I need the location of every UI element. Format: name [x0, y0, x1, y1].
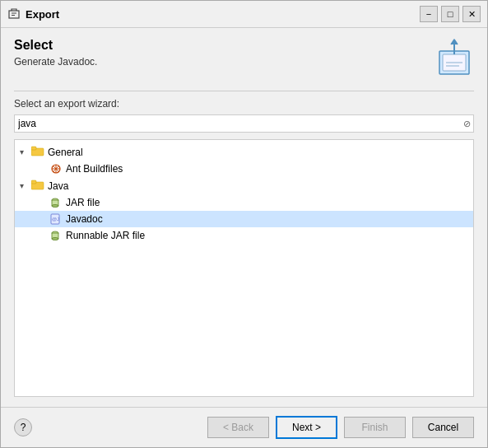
tree-item-ant[interactable]: Ant Buildfiles — [15, 161, 473, 177]
folder-icon-general — [31, 145, 48, 159]
tree-container: ▾ General — [14, 139, 474, 397]
tree-label-ant: Ant Buildfiles — [66, 163, 123, 175]
title-bar: Export − □ ✕ — [1, 1, 487, 28]
minimize-button[interactable]: − — [420, 6, 438, 22]
svg-rect-0 — [9, 11, 19, 18]
export-icon — [435, 38, 474, 77]
header-section: Select Generate Javadoc. — [14, 38, 474, 77]
window-icon — [7, 7, 21, 21]
tree-toggle-general: ▾ — [20, 147, 31, 156]
maximize-button[interactable]: □ — [441, 6, 459, 22]
tree-label-runnable: Runnable JAR file — [66, 230, 145, 241]
export-window: Export − □ ✕ Select Generate Javadoc. — [0, 0, 488, 448]
window-title: Export — [26, 8, 415, 21]
tree-label-java: Java — [48, 180, 68, 192]
svg-rect-9 — [31, 147, 36, 150]
main-content: Select Generate Javadoc. Select an expor… — [1, 28, 487, 407]
tree-item-java[interactable]: ▾ Java — [15, 177, 473, 194]
bottom-bar: ? < Back Next > Finish Cancel — [1, 407, 487, 447]
ant-icon — [49, 162, 63, 175]
divider — [14, 91, 474, 91]
svg-text:@J: @J — [52, 217, 59, 222]
search-input[interactable] — [14, 114, 474, 133]
tree-toggle-java: ▾ — [20, 181, 31, 190]
header-title: Select — [14, 38, 97, 53]
search-container: ⊘ — [14, 114, 474, 133]
header-subtitle: Generate Javadoc. — [14, 56, 97, 68]
search-clear-icon[interactable]: ⊘ — [463, 119, 471, 129]
folder-icon-java — [31, 179, 48, 193]
window-controls: − □ ✕ — [420, 6, 481, 22]
tree-item-runnable[interactable]: Runnable JAR file — [15, 227, 473, 244]
finish-button[interactable]: Finish — [344, 417, 406, 438]
back-button[interactable]: < Back — [207, 417, 269, 438]
wizard-label: Select an export wizard: — [14, 98, 474, 110]
runnable-jar-icon — [49, 229, 63, 242]
help-button[interactable]: ? — [14, 418, 32, 436]
javadoc-icon: @J — [49, 212, 63, 226]
tree-label-javadoc: Javadoc — [66, 213, 103, 225]
svg-rect-16 — [31, 180, 36, 184]
jar-icon — [49, 196, 63, 209]
header-text: Select Generate Javadoc. — [14, 38, 97, 68]
tree-item-jar[interactable]: JAR file — [15, 194, 473, 211]
tree-label-jar: JAR file — [66, 197, 100, 208]
svg-point-19 — [52, 205, 58, 208]
tree-item-general[interactable]: ▾ General — [15, 143, 473, 161]
next-button[interactable]: Next > — [276, 416, 337, 439]
cancel-button[interactable]: Cancel — [412, 417, 474, 438]
tree-label-general: General — [48, 147, 83, 158]
close-button[interactable]: ✕ — [462, 6, 481, 22]
svg-point-24 — [52, 238, 58, 240]
tree-item-javadoc[interactable]: @J Javadoc — [15, 211, 473, 227]
